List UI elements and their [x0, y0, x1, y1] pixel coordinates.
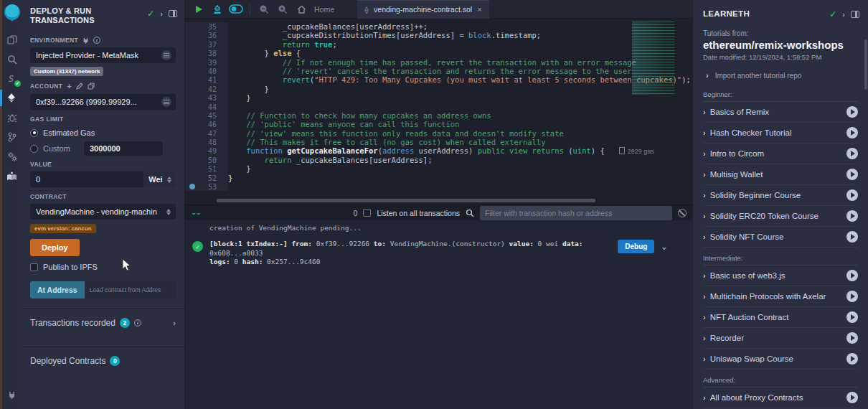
tab-close-icon[interactable]: × — [477, 5, 481, 14]
custom-gas-input[interactable] — [84, 141, 163, 156]
tutorial-play-icon[interactable] — [846, 332, 858, 344]
settings-icon[interactable] — [2, 146, 22, 166]
zoom-in-icon[interactable] — [275, 2, 291, 17]
line-number[interactable]: 53 — [185, 182, 228, 191]
tutorial-chevron-icon[interactable]: › — [703, 191, 706, 199]
code-line[interactable]: 53 — [185, 182, 692, 191]
custom-gas-radio[interactable] — [30, 145, 38, 153]
tutorial-chevron-icon[interactable]: › — [703, 170, 706, 179]
contract-select[interactable]: VendingMachine - vending-machin — [30, 204, 176, 220]
account-options-icon[interactable] — [161, 97, 171, 107]
line-number[interactable]: 52 — [185, 174, 228, 182]
code-line[interactable]: 35 _cupcakeBalances[userAddress]++; — [185, 22, 692, 31]
transaction-log-row[interactable]: ✓ [block:1 txIndex:-] from: 0xf39...9226… — [209, 240, 685, 267]
tutorial-row[interactable]: ›Solidity NFT Course — [703, 227, 858, 248]
tutorial-row[interactable]: ›Basics of Remix — [703, 102, 858, 123]
copy-account-icon[interactable] — [88, 83, 95, 90]
tutorial-chevron-icon[interactable]: › — [703, 393, 706, 402]
publish-ipfs-checkbox[interactable] — [30, 263, 38, 271]
tutorial-play-icon[interactable] — [846, 311, 858, 323]
code-line[interactable]: 51 } — [185, 164, 692, 173]
estimated-gas-radio[interactable] — [30, 129, 38, 137]
line-number[interactable]: 43 — [185, 93, 228, 102]
tutorial-chevron-icon[interactable]: › — [703, 108, 706, 116]
line-number[interactable]: 49 — [185, 146, 228, 155]
remix-logo-icon[interactable] — [4, 4, 20, 20]
code-line[interactable]: 45 // Function to check how many cupcake… — [185, 111, 692, 120]
tutorial-play-icon[interactable] — [846, 169, 858, 180]
tutorial-row[interactable]: ›Multisig Wallet — [703, 164, 858, 185]
line-number[interactable]: 37 — [185, 40, 228, 49]
debug-button[interactable]: Debug — [618, 240, 654, 253]
tutorial-row[interactable]: ›Hash Checker Tutorial — [703, 123, 858, 144]
debugger-icon[interactable] — [2, 108, 22, 127]
code-line[interactable]: 52} — [185, 174, 692, 182]
transactions-info-icon[interactable]: i — [134, 319, 141, 326]
zoom-out-icon[interactable] — [256, 2, 272, 17]
tutorial-chevron-icon[interactable]: › — [703, 354, 706, 363]
tutorial-play-icon[interactable] — [846, 270, 858, 281]
code-line[interactable]: 44 — [185, 103, 692, 111]
terminal-collapse-icon[interactable]: ⌄⌄ — [191, 210, 200, 216]
account-select[interactable]: 0xf39...92266 (9999.99929... — [30, 94, 176, 110]
code-line[interactable]: 46 // 'public' means anyone can call thi… — [185, 120, 692, 128]
tutorial-chevron-icon[interactable]: › — [703, 334, 706, 342]
learneth-pin-icon[interactable] — [851, 11, 859, 18]
minimap[interactable] — [632, 22, 682, 95]
tutorial-row[interactable]: ›Solidity Beginner Course — [703, 185, 858, 206]
tutorial-chevron-icon[interactable]: › — [703, 313, 706, 321]
line-number[interactable]: 38 — [185, 49, 228, 57]
learneth-expand-icon[interactable]: › — [842, 10, 845, 19]
file-explorer-icon[interactable] — [2, 30, 22, 50]
environment-select[interactable]: Injected Provider - MetaMask — [30, 47, 176, 63]
add-account-icon[interactable]: + — [67, 82, 72, 90]
code-line[interactable]: 47 // 'view' means this function only re… — [185, 129, 692, 138]
code-line[interactable]: 42 } — [185, 85, 692, 93]
tutorial-row[interactable]: ›All about Proxy Contracts — [703, 387, 858, 408]
code-line[interactable]: 37 return true; — [185, 40, 692, 49]
plug-icon[interactable] — [82, 37, 89, 44]
transactions-recorded-row[interactable]: Transactions recorded 2 i › — [22, 309, 184, 337]
tutorial-chevron-icon[interactable]: › — [703, 271, 706, 280]
line-number[interactable]: 40 — [185, 67, 228, 75]
environment-info-icon[interactable]: i — [93, 37, 100, 44]
tutorial-play-icon[interactable] — [846, 148, 858, 159]
line-number[interactable]: 48 — [185, 138, 228, 146]
tutorial-chevron-icon[interactable]: › — [703, 292, 706, 301]
code-line[interactable]: 41 revert("HTTP 429: Too Many Cupcakes (… — [185, 75, 692, 84]
tutorial-play-icon[interactable] — [846, 353, 858, 365]
code-line[interactable]: 48 // This makes it free to call (no gas… — [185, 138, 692, 146]
tutorial-play-icon[interactable] — [846, 210, 858, 222]
tutorial-play-icon[interactable] — [846, 392, 858, 403]
value-input[interactable] — [30, 171, 143, 187]
line-number[interactable]: 46 — [185, 120, 228, 128]
line-number[interactable]: 41 — [185, 75, 228, 84]
ai-toggle-icon[interactable] — [228, 2, 244, 17]
learneth-icon[interactable] — [2, 166, 22, 185]
clear-console-icon[interactable] — [678, 209, 687, 217]
expand-panel-icon[interactable]: › — [160, 9, 163, 18]
transactions-expand-icon[interactable]: › — [173, 319, 176, 327]
tab-vending-machine-contract[interactable]: ⟠ vending-machine-contract.sol × — [357, 0, 489, 19]
line-number[interactable]: 51 — [185, 164, 228, 173]
environment-options-icon[interactable] — [161, 50, 171, 60]
deploy-button[interactable]: Deploy — [30, 239, 80, 256]
code-line[interactable]: 49 function getCupcakeBalanceFor(address… — [185, 146, 692, 155]
terminal-filter-input[interactable] — [485, 209, 667, 217]
run-script-icon[interactable] — [191, 2, 207, 17]
tutorial-play-icon[interactable] — [846, 189, 858, 201]
breakpoint-dot[interactable] — [189, 184, 195, 189]
line-number[interactable]: 39 — [185, 58, 228, 67]
tutorial-chevron-icon[interactable]: › — [703, 212, 706, 220]
learneth-scrollbar[interactable] — [864, 39, 867, 90]
code-line[interactable]: 50 return _cupcakeBalances[userAddress]; — [185, 156, 692, 164]
solidity-compiler-icon[interactable]: S ✓ — [2, 69, 22, 88]
deploy-run-icon[interactable] — [2, 88, 22, 108]
tutorial-row[interactable]: ›Uniswap Swap Course — [703, 349, 858, 370]
code-line[interactable]: 40 // 'revert' cancels the transaction a… — [185, 67, 692, 75]
value-unit-select[interactable]: Wei — [144, 171, 176, 187]
tutorial-row[interactable]: ›Recorder — [703, 328, 858, 349]
code-editor[interactable]: 35 _cupcakeBalances[userAddress]++;36 _c… — [185, 19, 692, 204]
line-number[interactable]: 44 — [185, 103, 228, 111]
tutorial-chevron-icon[interactable]: › — [703, 232, 706, 241]
